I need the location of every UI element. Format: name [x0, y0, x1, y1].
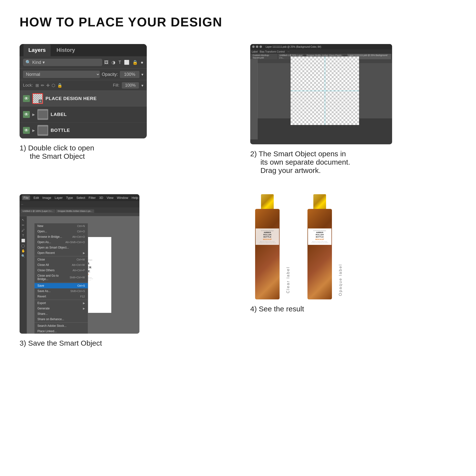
menu-item-smart[interactable]: Open as Smart Object...	[34, 245, 88, 250]
menu-item-close[interactable]: CloseCtrl+W	[34, 257, 88, 262]
sep-4	[34, 323, 88, 323]
tool-7[interactable]: ✋	[21, 249, 25, 253]
opacity-value[interactable]: 100%	[120, 71, 139, 78]
step1-caption: 1) Double click to open the Smart Object	[19, 144, 94, 160]
smart-filter-icon[interactable]: 🔒	[132, 60, 138, 65]
layer-name-place-design: PLACE DESIGN HERE	[46, 96, 97, 101]
guide-horizontal	[290, 91, 359, 91]
opacity-arrow-icon: ▾	[141, 72, 143, 77]
menu-item-save-as[interactable]: Save As...Shift+Ctrl+S	[34, 289, 88, 294]
visibility-icon-1[interactable]: 👁	[23, 95, 30, 102]
tool-4[interactable]: T	[22, 234, 24, 237]
tool-3[interactable]: 🖊	[21, 228, 25, 232]
menu-item-adobe-stock[interactable]: Search Adobe Stock...	[34, 323, 88, 328]
menu-item-new[interactable]: NewCtrl+N	[34, 223, 88, 229]
search-box[interactable]: 🔍 Kind ▾	[23, 59, 102, 66]
shape-filter-icon[interactable]: ⬜	[124, 60, 129, 65]
menu-item-close-others[interactable]: Close OthersAlt+Ctrl+P	[34, 268, 88, 273]
menu-item-open-as[interactable]: Open As...Alt+Shift+Ctrl+O	[34, 239, 88, 245]
menu-item-open[interactable]: Open...Ctrl+O	[34, 229, 88, 234]
menu-item-close-bridge[interactable]: Close and Go to Bridge...Shift+Ctrl+W	[34, 273, 88, 282]
titlebar-dot-2	[256, 46, 258, 48]
menu-layer[interactable]: Layer	[55, 196, 63, 200]
menu-file[interactable]: File	[22, 195, 30, 200]
menu-image[interactable]: Image	[42, 196, 51, 200]
bottle1-desc: Apply your designs to this mockupContain…	[256, 241, 278, 243]
menu-edit[interactable]: Edit	[34, 196, 39, 200]
sep-3	[34, 300, 88, 300]
tool-5[interactable]: ⬜	[21, 239, 25, 242]
menu-item-bridge[interactable]: Browse in Bridge...Alt+Ctrl+O	[34, 234, 88, 239]
search-icon: 🔍	[25, 60, 31, 65]
tool-1[interactable]: ↖	[22, 218, 24, 222]
menu-view[interactable]: View	[107, 196, 114, 200]
tool-2[interactable]: ✂	[22, 223, 24, 227]
lock-paint-icon[interactable]: ✏	[41, 83, 44, 88]
menu-select[interactable]: Select	[76, 196, 85, 200]
tab-history[interactable]: History	[51, 44, 80, 56]
menu-item-place-linked[interactable]: Place Linked...	[34, 328, 88, 334]
adjustment-filter-icon[interactable]: ◑	[112, 60, 116, 65]
tool-8[interactable]: 🔍	[21, 254, 25, 258]
lock-artboard-icon[interactable]: 🔒	[57, 83, 62, 88]
main-grid: Layers History 🔍 Kind ▾ 🖼 ◑ T ⬜ 🔒 ●	[19, 44, 457, 347]
visibility-icon-3[interactable]: 👁	[23, 127, 30, 134]
bottle1-wrap: 01 Packaging Mockups AMBERROLLERBOTTLE M…	[250, 194, 285, 299]
ps-canvas-area	[257, 59, 392, 119]
fill-value[interactable]: 100%	[122, 82, 139, 88]
menu-item-save[interactable]: SaveCtrl+S	[34, 283, 88, 289]
menu-type[interactable]: Type	[66, 196, 73, 200]
lock-pixels-icon[interactable]: ⊞	[35, 83, 39, 88]
menu-filter[interactable]: Filter	[88, 196, 96, 200]
menu-window[interactable]: Window	[117, 196, 128, 200]
visibility-icon-2[interactable]: 👁	[23, 111, 30, 118]
step3-cell: File Edit Image Layer Type Select Filter…	[19, 194, 226, 347]
step1-cell: Layers History 🔍 Kind ▾ 🖼 ◑ T ⬜ 🔒 ●	[19, 44, 226, 175]
menu-3d[interactable]: 3D	[99, 196, 103, 200]
layer-row-bottle[interactable]: 👁 ▶ BOTTLE	[19, 122, 147, 138]
layer-row-label[interactable]: 👁 ▶ LABEL	[19, 107, 147, 122]
titlebar-dot-1	[252, 46, 255, 48]
bottle2-group: 01 Packaging Mockups AMBERROLLERBOTTLE M…	[303, 194, 343, 299]
layer-thumb-label	[37, 109, 48, 120]
tab-dropper[interactable]: Dropper-Bottle-Amber-Glass-1.ps...	[56, 209, 94, 213]
lock-icons: ⊞ ✏ ✛ ⬡ 🔒	[35, 83, 62, 88]
window-filename: Layer 1111111.psb @ 25% (Background Colo…	[266, 46, 321, 48]
bottle2-wrap: 01 Packaging Mockups AMBERROLLERBOTTLE M…	[303, 194, 337, 299]
menu-item-close-all[interactable]: Close AllAlt+Ctrl+W	[34, 262, 88, 268]
menu-item-export[interactable]: Export▶	[34, 300, 88, 306]
sep-2	[34, 282, 88, 283]
smart-obj-badge: ⊞	[39, 100, 42, 103]
layers-panel: Layers History 🔍 Kind ▾ 🖼 ◑ T ⬜ 🔒 ●	[19, 44, 147, 138]
menu-item-revert[interactable]: RevertF12	[34, 294, 88, 299]
ps-canvas-container	[250, 59, 392, 139]
ps-menubar: Label Bias Transform Control ···	[250, 50, 392, 54]
lock-move-icon[interactable]: ✛	[46, 83, 50, 88]
chevron-right-icon-2[interactable]: ▶	[32, 128, 35, 132]
ps-content-area-3: ↖ ✂ 🖊 T ⬜ ◯ ✋ 🔍 01 Packaging Mockups AMB…	[19, 216, 139, 334]
menu-item-recent[interactable]: Open Recent▶	[34, 250, 88, 255]
ps-ruler-3	[19, 213, 139, 216]
chevron-right-icon-1[interactable]: ▶	[32, 113, 35, 117]
pixel-filter-icon[interactable]: 🖼	[104, 60, 109, 65]
tab-layers[interactable]: Layers	[23, 44, 51, 56]
layer-row-place-design[interactable]: 👁 ⊞ PLACE DESIGN HERE	[19, 91, 147, 107]
tab-untitled[interactable]: Untitled-1 @ 100% (Layer 2 c...	[20, 209, 55, 213]
ps-tab-1[interactable]: Custom-Mockup-Square.psb	[251, 54, 277, 59]
menu-item-generate[interactable]: Generate▶	[34, 306, 88, 311]
menu-item-share-behance[interactable]: Share on Behance...	[34, 317, 88, 322]
layer-name-bottle: BOTTLE	[51, 128, 70, 133]
tool-6[interactable]: ◯	[21, 244, 25, 248]
type-filter-icon[interactable]: T	[119, 60, 121, 65]
fx-filter-icon[interactable]: ●	[141, 60, 143, 65]
ps-canvas	[290, 56, 359, 125]
menu-help[interactable]: Help	[132, 196, 138, 200]
layer-thumb-bottle	[37, 125, 48, 136]
menu-item-share[interactable]: Share...	[34, 311, 88, 317]
bottle1-title: AMBERROLLERBOTTLE	[256, 231, 278, 238]
step2-caption: 2) The Smart Object opens in its own sep…	[250, 150, 350, 175]
blend-mode-select[interactable]: Normal	[23, 71, 100, 78]
blend-row: Normal Opacity: 100% ▾	[19, 69, 147, 80]
lock-all-icon[interactable]: ⬡	[51, 83, 55, 88]
layers-tabs: Layers History	[19, 44, 147, 56]
